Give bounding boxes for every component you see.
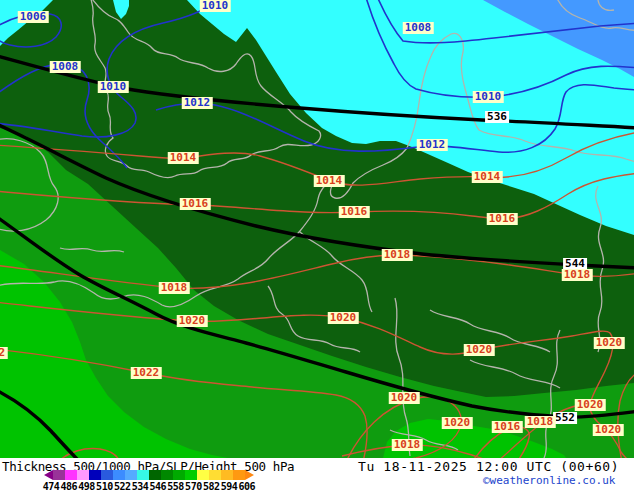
contour-label: 1008 — [403, 22, 434, 34]
contour-label: 1020 — [389, 392, 420, 404]
colorbar-segment — [173, 470, 185, 480]
map-canvas: 1006101010081010101210081010101253654455… — [0, 0, 634, 458]
contour-label: 1018 — [392, 439, 423, 451]
contour-label: 1014 — [314, 175, 345, 187]
colorbar-segment — [185, 470, 197, 480]
colorbar-segments — [53, 470, 245, 480]
colorbar-tick-value: 606 — [239, 481, 256, 490]
colorbar-segment — [149, 470, 161, 480]
contour-labels-layer: 1006101010081010101210081010101253654455… — [0, 0, 634, 458]
contour-label: 536 — [485, 111, 509, 123]
colorbar-tick-value: 594 — [221, 481, 238, 490]
map-datetime: Tu 18-11-2025 12:00 UTC (00+60) — [358, 459, 619, 474]
contour-label: 1018 — [562, 269, 593, 281]
colorbar-tick-value: 558 — [167, 481, 184, 490]
colorbar-tick-value: 582 — [203, 481, 220, 490]
contour-label: 1022 — [0, 347, 7, 359]
colorbar-tick-value: 486 — [61, 481, 78, 490]
contour-label: 1010 — [200, 0, 231, 12]
colorbar-segment — [53, 470, 65, 480]
contour-label: 1020 — [177, 315, 208, 327]
contour-label: 1018 — [525, 416, 556, 428]
colorbar-segment — [209, 470, 221, 480]
contour-label: 1020 — [594, 337, 625, 349]
colorbar-segment — [197, 470, 209, 480]
contour-label: 1014 — [168, 152, 199, 164]
colorbar-segment — [137, 470, 149, 480]
weather-map-page: 1006101010081010101210081010101253654455… — [0, 0, 634, 490]
colorbar-segment — [161, 470, 173, 480]
contour-label: 1016 — [492, 421, 523, 433]
contour-label: 1008 — [50, 61, 81, 73]
colorbar-segment — [89, 470, 101, 480]
colorbar-segment — [221, 470, 233, 480]
colorbar-segment — [113, 470, 125, 480]
contour-label: 1010 — [98, 81, 129, 93]
colorbar — [44, 470, 254, 480]
colorbar-tick-value: 510 — [96, 481, 113, 490]
colorbar-segment — [233, 470, 245, 480]
contour-label: 1012 — [417, 139, 448, 151]
contour-label: 1018 — [159, 282, 190, 294]
contour-label: 1016 — [339, 206, 370, 218]
contour-label: 1006 — [18, 11, 49, 23]
colorbar-arrow-right-icon — [245, 470, 254, 480]
contour-label: 1010 — [473, 91, 504, 103]
contour-label: 552 — [553, 412, 577, 424]
colorbar-tick-value: 534 — [132, 481, 149, 490]
contour-label: 1016 — [180, 198, 211, 210]
colorbar-tick-value: 474 — [43, 481, 60, 490]
colorbar-tick-value: 546 — [150, 481, 167, 490]
colorbar-arrow-left-icon — [44, 470, 53, 480]
colorbar-segment — [101, 470, 113, 480]
colorbar-segment — [77, 470, 89, 480]
contour-label: 1020 — [464, 344, 495, 356]
colorbar-segment — [65, 470, 77, 480]
contour-label: 1020 — [593, 424, 624, 436]
colorbar-tick-value: 498 — [78, 481, 95, 490]
colorbar-segment — [125, 470, 137, 480]
colorbar-tick-value: 522 — [114, 481, 131, 490]
contour-label: 1020 — [442, 417, 473, 429]
contour-label: 1022 — [131, 367, 162, 379]
contour-label: 1012 — [182, 97, 213, 109]
contour-label: 1018 — [382, 249, 413, 261]
contour-label: 1020 — [328, 312, 359, 324]
contour-label: 1016 — [487, 213, 518, 225]
contour-label: 1020 — [575, 399, 606, 411]
footer-bar: Thickness 500/1000 hPa/SLP/Height 500 hP… — [0, 458, 634, 490]
contour-label: 1014 — [472, 171, 503, 183]
copyright-link[interactable]: ©weatheronline.co.uk — [483, 474, 615, 487]
colorbar-tick-value: 570 — [185, 481, 202, 490]
